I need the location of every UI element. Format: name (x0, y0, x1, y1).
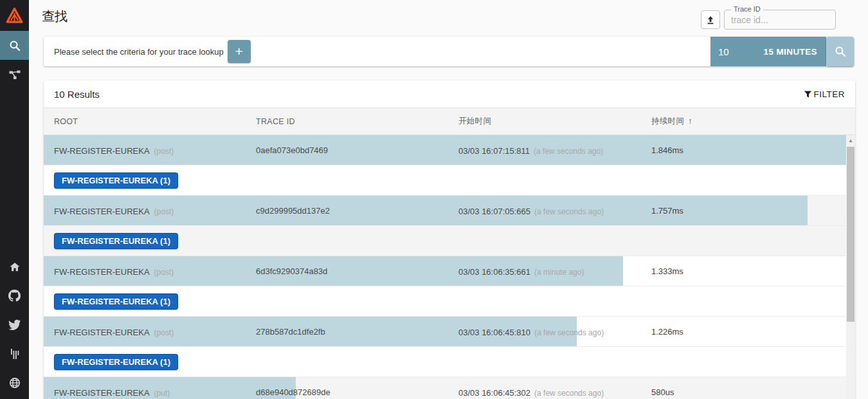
start-time-cell: 03/03 16:06:45:302(a few seconds ago) (458, 387, 651, 398)
trace-group: FW-REGISTER-EUREKA(put) d68e940d872689de… (44, 377, 855, 399)
column-root[interactable]: ROOT (54, 117, 256, 126)
trace-id-cell: d68e940d872689de (256, 387, 458, 397)
relative-time: (a few seconds ago) (534, 207, 604, 216)
zipkin-logo-icon (6, 7, 23, 24)
gitter-icon (10, 348, 20, 360)
span-method: (put) (154, 389, 170, 398)
trace-id-cell: c9d299995dd137e2 (256, 206, 458, 216)
start-time-cell: 03/03 16:07:05:665(a few seconds ago) (458, 205, 651, 217)
trace-group: FW-REGISTER-EUREKA(post) c9d299995dd137e… (44, 196, 855, 256)
service-count-badge[interactable]: FW-REGISTER-EUREKA (1) (54, 172, 178, 189)
run-search-button[interactable] (826, 37, 854, 66)
results-column-headers: ROOT TRACE ID 开始时间 持续时间↑ (44, 108, 855, 135)
sidebar-item-gitter[interactable] (0, 339, 29, 368)
sidebar-item-github[interactable] (0, 281, 29, 310)
span-method: (post) (154, 328, 174, 337)
globe-icon (9, 377, 21, 389)
sort-ascending-icon: ↑ (688, 116, 692, 125)
dependencies-icon (8, 68, 21, 81)
trace-group: FW-REGISTER-EUREKA(post) 278b587dc1dfe2f… (44, 317, 855, 377)
filter-button[interactable]: FILTER (804, 89, 845, 99)
sidebar (0, 0, 29, 399)
trace-id-input[interactable] (725, 10, 835, 29)
trace-lookup-bar: Please select the criteria for your trac… (44, 37, 854, 66)
column-trace-id[interactable]: TRACE ID (256, 117, 458, 126)
service-name: FW-REGISTER-EUREKA (54, 207, 150, 216)
service-name: FW-REGISTER-EUREKA (54, 146, 150, 156)
trace-root-cell: FW-REGISTER-EUREKA(post) (54, 145, 256, 156)
zipkin-logo[interactable] (0, 0, 29, 31)
lookup-settings: 10 15 MINUTES (710, 37, 854, 66)
sidebar-item-language[interactable] (0, 368, 29, 397)
trace-badge-row: FW-REGISTER-EUREKA (1) (44, 286, 855, 317)
relative-time: (a few seconds ago) (534, 328, 604, 337)
search-icon (8, 39, 21, 52)
trace-root-cell: FW-REGISTER-EUREKA(post) (54, 266, 256, 277)
trace-id-cell: 278b587dc1dfe2fb (256, 327, 458, 337)
twitter-icon (8, 319, 21, 331)
trace-row[interactable]: FW-REGISTER-EUREKA(post) 6d3fc9290374a83… (44, 256, 855, 286)
sidebar-item-twitter[interactable] (0, 310, 29, 339)
service-name: FW-REGISTER-EUREKA (54, 328, 150, 337)
lookback-window[interactable]: 15 MINUTES (763, 47, 826, 57)
filter-funnel-icon (804, 90, 812, 98)
upload-trace-button[interactable] (701, 10, 720, 29)
service-count-badge[interactable]: FW-REGISTER-EUREKA (1) (54, 293, 178, 310)
sidebar-item-home[interactable] (0, 252, 29, 281)
limit-lookback-box[interactable]: 10 15 MINUTES (710, 37, 826, 66)
upload-icon (705, 15, 716, 25)
trace-root-cell: FW-REGISTER-EUREKA(post) (54, 326, 256, 338)
duration-cell: 1.333ms (651, 266, 855, 276)
service-name: FW-REGISTER-EUREKA (54, 388, 150, 398)
trace-id-label: Trace ID (731, 5, 763, 13)
add-criterion-button[interactable]: + (228, 40, 251, 63)
github-icon (8, 290, 21, 302)
trace-row[interactable]: FW-REGISTER-EUREKA(put) d68e940d872689de… (44, 377, 855, 399)
trace-group: FW-REGISTER-EUREKA(post) 0aefa073e0bd746… (44, 135, 855, 196)
results-count: 10 Results (54, 89, 100, 100)
service-count-badge[interactable]: FW-REGISTER-EUREKA (1) (54, 233, 178, 249)
trace-id-cell: 0aefa073e0bd7469 (256, 145, 458, 155)
sidebar-footer (0, 252, 29, 399)
service-count-badge[interactable]: FW-REGISTER-EUREKA (1) (54, 354, 178, 370)
duration-cell: 1.846ms (651, 145, 855, 155)
relative-time: (a minute ago) (534, 268, 584, 277)
filter-label: FILTER (813, 89, 845, 99)
results-panel: 10 Results FILTER ROOT TRACE ID 开始时间 持续时… (44, 80, 855, 399)
column-duration[interactable]: 持续时间↑ (651, 116, 855, 127)
trace-id-field: Trace ID (724, 10, 836, 30)
results-scrollbar[interactable]: ▲ (846, 135, 855, 399)
relative-time: (a few seconds ago) (534, 147, 603, 156)
span-method: (post) (154, 268, 174, 277)
trace-row[interactable]: FW-REGISTER-EUREKA(post) 0aefa073e0bd746… (44, 135, 855, 165)
trace-group: FW-REGISTER-EUREKA(post) 6d3fc9290374a83… (44, 256, 855, 317)
home-icon (9, 261, 21, 273)
page-title: 查找 (42, 8, 68, 25)
sidebar-item-search[interactable] (0, 31, 29, 60)
results-header: 10 Results FILTER (44, 80, 855, 108)
span-method: (post) (154, 207, 174, 216)
trace-id-cell: 6d3fc9290374a83d (256, 266, 458, 276)
start-time-cell: 03/03 16:06:35:661(a minute ago) (458, 266, 651, 277)
trace-badge-row: FW-REGISTER-EUREKA (1) (44, 347, 855, 377)
trace-badge-row: FW-REGISTER-EUREKA (1) (44, 226, 855, 256)
lookup-hint: Please select the criteria for your trac… (54, 47, 224, 57)
duration-cell: 580us (651, 387, 855, 397)
sidebar-item-dependencies[interactable] (0, 60, 29, 89)
start-time-cell: 03/03 16:06:45:810(a few seconds ago) (458, 326, 651, 338)
start-time-cell: 03/03 16:07:15:811(a few seconds ago) (458, 145, 651, 156)
trace-row[interactable]: FW-REGISTER-EUREKA(post) c9d299995dd137e… (44, 196, 855, 226)
trace-root-cell: FW-REGISTER-EUREKA(put) (54, 387, 256, 398)
column-start-time[interactable]: 开始时间 (458, 116, 651, 127)
trace-badge-row: FW-REGISTER-EUREKA (1) (44, 165, 855, 196)
trace-row[interactable]: FW-REGISTER-EUREKA(post) 278b587dc1dfe2f… (44, 317, 855, 347)
scrollbar-thumb[interactable] (847, 147, 854, 322)
duration-cell: 1.757ms (651, 206, 855, 216)
result-limit[interactable]: 10 (710, 46, 729, 57)
span-method: (post) (154, 147, 174, 156)
search-icon (834, 45, 847, 58)
scrollbar-up-icon[interactable]: ▲ (846, 136, 855, 145)
trace-rows: FW-REGISTER-EUREKA(post) 0aefa073e0bd746… (44, 135, 855, 399)
service-name: FW-REGISTER-EUREKA (54, 267, 150, 277)
duration-cell: 1.226ms (651, 327, 855, 337)
